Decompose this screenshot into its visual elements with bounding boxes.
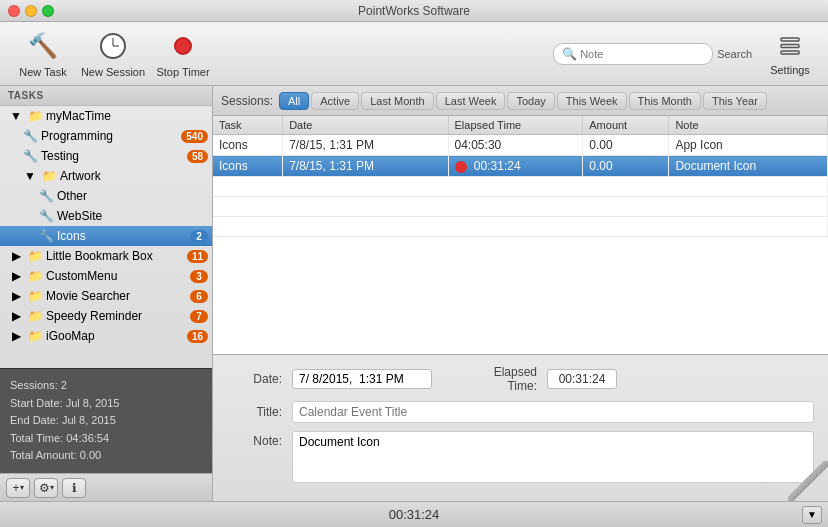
sidebar-item-CustomMenu[interactable]: ▶ 📁 CustomMenu 3 <box>0 266 212 286</box>
cell-date-sel: 7/8/15, 1:31 PM <box>283 156 448 177</box>
badge-Testing: 58 <box>187 150 208 163</box>
folder-icon: 📁 <box>27 108 43 124</box>
main-content: TASKS ▼ 📁 myMacTime 🔧 Programming 540 🔧 … <box>0 86 828 501</box>
col-note: Note <box>669 116 828 135</box>
badge-MS: 6 <box>190 290 208 303</box>
cell-task-sel: Icons <box>213 156 283 177</box>
task-icon-other: 🔧 <box>38 188 54 204</box>
task-icon-icons: 🔧 <box>38 228 54 244</box>
col-date: Date <box>283 116 448 135</box>
note-textarea[interactable]: Document Icon <box>292 431 814 483</box>
badge-LBB: 11 <box>187 250 208 263</box>
record-icon <box>167 30 199 62</box>
stat-start-date: Start Date: Jul 8, 2015 <box>10 395 202 413</box>
sidebar-item-myMacTime[interactable]: ▼ 📁 myMacTime <box>0 106 212 126</box>
info-button[interactable]: ℹ <box>62 478 86 498</box>
down-arrow-button[interactable]: ▼ <box>802 506 822 524</box>
sidebar-item-Testing[interactable]: 🔧 Testing 58 <box>0 146 212 166</box>
col-amount: Amount <box>583 116 669 135</box>
badge-CM: 3 <box>190 270 208 283</box>
new-task-label: New Task <box>19 66 66 78</box>
sidebar-item-Artwork[interactable]: ▼ 📁 Artwork <box>0 166 212 186</box>
folder-icon-artwork: 📁 <box>41 168 57 184</box>
tab-last-week[interactable]: Last Week <box>436 92 506 110</box>
cell-amount-sel: 0.00 <box>583 156 669 177</box>
stat-total-amount: Total Amount: 0.00 <box>10 447 202 465</box>
corner-decoration <box>788 461 828 501</box>
stat-sessions: Sessions: 2 <box>10 377 202 395</box>
settings-icon <box>776 32 804 60</box>
search-label-area: Search <box>717 48 752 60</box>
cell-date: 7/8/15, 1:31 PM <box>283 135 448 156</box>
folder-icon-ms: 📁 <box>27 288 43 304</box>
dropdown-arrow2: ▾ <box>50 483 54 492</box>
cell-elapsed: 04:05:30 <box>448 135 583 156</box>
triangle-down-icon-artwork: ▼ <box>22 168 38 184</box>
cell-note: App Icon <box>669 135 828 156</box>
tab-this-week[interactable]: This Week <box>557 92 627 110</box>
table-row-empty-1 <box>213 177 828 197</box>
new-session-label: New Session <box>81 66 145 78</box>
sidebar-item-SpeedyReminder[interactable]: ▶ 📁 Speedy Reminder 7 <box>0 306 212 326</box>
col-elapsed: Elapsed Time <box>448 116 583 135</box>
tab-last-month[interactable]: Last Month <box>361 92 433 110</box>
table-row-empty-2 <box>213 197 828 217</box>
task-icon: 🔧 <box>22 128 38 144</box>
sidebar-item-MovieSearcher[interactable]: ▶ 📁 Movie Searcher 6 <box>0 286 212 306</box>
sidebar-item-LittleBookmarkBox[interactable]: ▶ 📁 Little Bookmark Box 11 <box>0 246 212 266</box>
cell-task: Icons <box>213 135 283 156</box>
folder-icon-cm: 📁 <box>27 268 43 284</box>
tab-bar: Sessions: All Active Last Month Last Wee… <box>213 86 828 116</box>
triangle-right-icon-sr: ▶ <box>8 308 24 324</box>
folder-icon-sr: 📁 <box>27 308 43 324</box>
new-task-button[interactable]: 🔨 New Task <box>8 26 78 82</box>
svg-rect-0 <box>781 38 799 41</box>
table-row-empty-3 <box>213 217 828 237</box>
tab-this-year[interactable]: This Year <box>703 92 767 110</box>
minimize-button[interactable] <box>25 5 37 17</box>
cell-elapsed-sel: 00:31:24 <box>448 156 583 177</box>
bottom-bar: 00:31:24 ▼ <box>0 501 828 527</box>
tab-active[interactable]: Active <box>311 92 359 110</box>
tab-today[interactable]: Today <box>507 92 554 110</box>
search-label: Search <box>717 48 752 60</box>
elapsed-value: 00:31:24 <box>547 369 617 389</box>
triangle-right-icon: ▶ <box>8 248 24 264</box>
sidebar-item-iGooMap[interactable]: ▶ 📁 iGooMap 16 <box>0 326 212 346</box>
sidebar-item-WebSite[interactable]: 🔧 WebSite <box>0 206 212 226</box>
sidebar-item-Programming[interactable]: 🔧 Programming 540 <box>0 126 212 146</box>
add-button[interactable]: + ▾ <box>6 478 30 498</box>
sidebar-item-Other[interactable]: 🔧 Other <box>0 186 212 206</box>
title-bar: PointWorks Software <box>0 0 828 22</box>
table-row[interactable]: Icons 7/8/15, 1:31 PM 04:05:30 0.00 App … <box>213 135 828 156</box>
tab-all[interactable]: All <box>279 92 309 110</box>
sessions-table: Task Date Elapsed Time Amount Note Icons… <box>213 116 828 237</box>
detail-note-row: Note: Document Icon <box>227 431 814 483</box>
table-row-selected[interactable]: Icons 7/8/15, 1:31 PM 00:31:24 0.00 Docu… <box>213 156 828 177</box>
task-icon-testing: 🔧 <box>22 148 38 164</box>
window-controls <box>8 5 54 17</box>
col-task: Task <box>213 116 283 135</box>
detail-title-row: Title: <box>227 401 814 423</box>
badge-Programming: 540 <box>181 130 208 143</box>
cell-note-sel: Document Icon <box>669 156 828 177</box>
toolbar: 🔨 New Task New Session Stop Timer 🔍 Sear… <box>0 22 828 86</box>
search-input[interactable] <box>580 48 704 60</box>
date-input[interactable] <box>292 369 432 389</box>
tab-this-month[interactable]: This Month <box>629 92 701 110</box>
stat-end-date: End Date: Jul 8, 2015 <box>10 412 202 430</box>
title-input[interactable] <box>292 401 814 423</box>
plus-icon: + <box>12 481 19 495</box>
close-button[interactable] <box>8 5 20 17</box>
sidebar-item-Icons[interactable]: 🔧 Icons 2 <box>0 226 212 246</box>
stop-timer-button[interactable]: Stop Timer <box>148 26 218 82</box>
new-session-button[interactable]: New Session <box>78 26 148 82</box>
badge-IGM: 16 <box>187 330 208 343</box>
chevron-down-icon: ▼ <box>807 509 817 520</box>
search-box[interactable]: 🔍 <box>553 43 713 65</box>
sidebar-footer: + ▾ ⚙ ▾ ℹ <box>0 473 212 501</box>
maximize-button[interactable] <box>42 5 54 17</box>
gear-button[interactable]: ⚙ ▾ <box>34 478 58 498</box>
settings-button[interactable]: Settings <box>760 26 820 82</box>
gear-icon: ⚙ <box>39 481 50 495</box>
